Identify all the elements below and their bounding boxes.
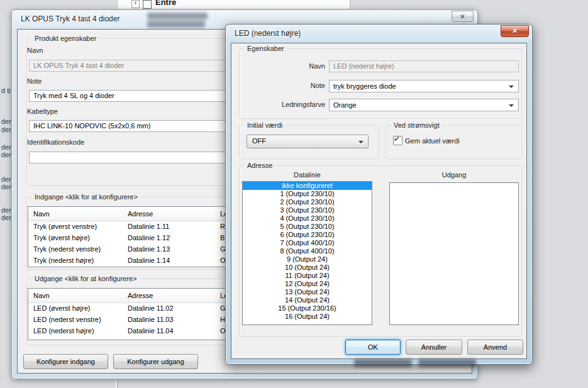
column-header[interactable]: Navn <box>33 289 50 302</box>
groupbox-caption: Indgange <klik for at konfigurere> <box>32 192 140 201</box>
list-item[interactable]: 13 (Output 24) <box>243 288 372 296</box>
groupbox-caption: Initial værdi <box>245 121 285 130</box>
panel-divider-top <box>348 0 350 9</box>
tree-expand-icon[interactable]: + <box>131 0 140 8</box>
combobox-value: Orange <box>333 101 357 109</box>
ok-button[interactable]: OK <box>345 340 401 355</box>
udgang-label: Udgang <box>389 171 519 179</box>
clipped-text-fragment: der <box>1 183 11 191</box>
table-cell: Tryk (nederst højre) <box>33 255 94 266</box>
groupbox-caption: Produkt egenskaber <box>32 34 99 43</box>
window-title: LED (nederst højre) <box>235 29 301 38</box>
tree-panel-background <box>118 0 348 9</box>
datalinie-label: Datalinie <box>242 171 372 179</box>
checkmark: ✔ <box>394 135 400 143</box>
list-item[interactable]: 16 (Output 24) <box>243 313 372 321</box>
column-header[interactable]: Adresse <box>128 207 153 221</box>
list-item[interactable]: 4 (Output 230/10) <box>243 214 372 223</box>
close-icon[interactable]: ✕ <box>452 11 474 22</box>
groupbox-caption: Udgange <klik for at konfigurere> <box>32 274 140 283</box>
combobox-value: tryk bryggeres diode <box>333 82 396 90</box>
window-title: LK OPUS Tryk 4 tast 4 dioder <box>21 14 119 23</box>
table-cell: LED (nederst højre) <box>33 326 94 336</box>
list-item[interactable]: 9 (Output 24) <box>243 255 372 263</box>
datalinie-listbox[interactable]: ikke konfigureret1 (Output 230/10)2 (Out… <box>242 181 372 325</box>
table-cell: Datalinie 1.14 <box>128 255 170 266</box>
list-item[interactable]: 10 (Output 24) <box>243 263 372 272</box>
table-cell: B <box>220 233 225 243</box>
konfigurer-indgang-button[interactable]: Konfigurer indgang <box>23 354 108 369</box>
list-item[interactable]: 1 (Output 230/10) <box>243 190 372 198</box>
table-cell: LED (nederst venstre) <box>33 314 101 325</box>
clipped-text-fragment: der <box>1 151 11 159</box>
list-item[interactable]: 11 (Output 24) <box>243 272 372 280</box>
table-cell: Datalinie 1.11 <box>128 221 169 232</box>
clipped-text-fragment: der <box>1 126 11 134</box>
list-item[interactable]: 5 (Output 230/10) <box>243 223 372 231</box>
table-cell: Datalinie 1.12 <box>128 233 170 243</box>
navn-label: Navn <box>262 62 325 70</box>
udgang-listbox[interactable] <box>389 182 519 325</box>
table-cell: Tryk (nederst venstre) <box>33 244 101 255</box>
list-item[interactable]: 15 (Output 230/16) <box>243 304 372 313</box>
panel-divider-bottom <box>116 378 118 388</box>
blurred-tree-item <box>147 21 205 28</box>
table-cell: Datalinie 11.04 <box>128 326 174 336</box>
note-label: Note <box>27 77 42 86</box>
list-item[interactable]: 2 (Output 230/10) <box>243 198 372 206</box>
groupbox-caption: Ved strømsvigt <box>391 121 442 130</box>
table-cell: H <box>220 314 225 325</box>
note-label: Note <box>262 82 325 90</box>
list-item[interactable]: 12 (Output 24) <box>243 280 372 288</box>
table-cell: Datalinie 1.13 <box>128 244 170 255</box>
clipped-text-fragment: der <box>1 214 11 222</box>
list-item[interactable]: 8 (Output 400/10) <box>243 247 372 255</box>
column-header[interactable]: Navn <box>33 207 50 221</box>
tree-node-icon <box>143 0 152 9</box>
dialog-led: LED (nederst højre) ✕ Egenskaber Navn LE… <box>225 24 533 365</box>
clipped-text-fragment: d ti <box>1 87 11 95</box>
groupbox-caption: Adresse <box>245 161 275 170</box>
blurred-button-shape <box>418 359 476 367</box>
table-cell: Tryk (øverst venstre) <box>33 221 97 232</box>
screen: + Entre d tiderderderderderderderder LK … <box>0 0 588 388</box>
table-cell: Datalinie 11.03 <box>128 314 174 325</box>
list-item[interactable]: 7 (Output 400/10) <box>243 239 372 247</box>
identifikationskode-label: Identifikationskode <box>27 138 84 147</box>
annuller-button[interactable]: Annuller <box>406 340 462 355</box>
close-icon[interactable]: ✕ <box>501 25 529 37</box>
column-header[interactable]: Adresse <box>128 289 153 302</box>
navn-field: LED (nederst højre) <box>329 60 519 72</box>
tree-item-entre[interactable]: Entre <box>155 0 176 7</box>
kabeltype-label: Kabeltype <box>27 108 58 116</box>
table-cell: Tryk (øverst højre) <box>33 233 90 243</box>
groupbox-caption: Egenskaber <box>245 44 287 53</box>
ledningsfarve-combobox[interactable]: Orange <box>329 99 519 111</box>
note-combobox[interactable]: tryk bryggeres diode <box>329 80 519 92</box>
checkbox-label: Gem aktuel værdi <box>405 137 460 145</box>
table-cell: Datalinie 11.02 <box>128 303 174 314</box>
anvend-button[interactable]: Anvend <box>467 340 523 355</box>
ledningsfarve-label: Ledningsfarve <box>262 101 325 109</box>
chevron-down-icon[interactable] <box>509 86 514 88</box>
table-cell: LED (øverst højre) <box>33 303 90 314</box>
chevron-down-icon[interactable] <box>358 141 363 143</box>
list-item[interactable]: 3 (Output 230/10) <box>243 206 372 214</box>
clipped-text-fragment: der <box>1 118 11 126</box>
list-item[interactable]: 14 (Output 24) <box>243 296 372 304</box>
dropdown-value: OFF <box>252 137 266 145</box>
gem-aktuel-vaerdi-checkbox[interactable]: ✔ <box>393 136 402 145</box>
chevron-down-icon[interactable] <box>509 104 514 107</box>
list-item[interactable]: 6 (Output 230/10) <box>243 231 372 239</box>
konfigurer-udgang-button[interactable]: Konfigurer udgang <box>113 354 198 369</box>
blurred-tree-item <box>147 13 208 19</box>
title-bar[interactable]: LED (nederst højre) ✕ <box>226 25 532 43</box>
initial-vaerdi-dropdown[interactable]: OFF <box>247 135 369 148</box>
dialog-client-area: Egenskaber Navn LED (nederst højre) Note… <box>231 43 527 359</box>
blurred-button-shape <box>354 359 412 367</box>
table-cell: R <box>220 221 225 232</box>
navn-label: Navn <box>27 47 43 55</box>
list-item[interactable]: ikke konfigureret <box>243 182 372 190</box>
